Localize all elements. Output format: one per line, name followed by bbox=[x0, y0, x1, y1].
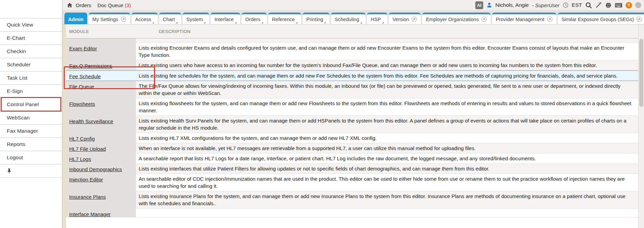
tab-access[interactable]: Access bbox=[132, 13, 158, 24]
tab-similar-exposure-groups-segs[interactable]: Similar Exposure Groups (SEGs) bbox=[558, 13, 644, 24]
module-cell: HL7 Config bbox=[66, 133, 136, 143]
sidebar-item-label: WebScan bbox=[7, 115, 30, 121]
table-left-gutter bbox=[62, 25, 66, 228]
sidebar-item-quick-view[interactable]: Quick View bbox=[0, 18, 62, 32]
module-cell: Interface Manager bbox=[66, 209, 136, 217]
breadcrumb-orders[interactable]: Orders bbox=[76, 2, 91, 8]
module-link-hl7-file-upload[interactable]: HL7 File Upload bbox=[69, 146, 106, 152]
table-row-insurance-plans: Insurance PlansLists existing Insurance … bbox=[66, 191, 639, 209]
breadcrumb-doc-queue[interactable]: Doc Queue (3) bbox=[97, 2, 131, 8]
pin-icon bbox=[7, 168, 12, 174]
module-cell: Injection Editor bbox=[66, 174, 136, 191]
keyboard-icon[interactable] bbox=[615, 2, 623, 8]
user-role: - SuperUser bbox=[532, 2, 559, 8]
sidebar-item-checkin[interactable]: Checkin bbox=[0, 45, 62, 58]
tab-label: Version bbox=[393, 17, 409, 22]
clipped-row bbox=[66, 38, 639, 43]
tab-version[interactable]: Version bbox=[389, 13, 421, 24]
module-link-flowsheets[interactable]: Flowsheets bbox=[69, 101, 95, 107]
search-icon[interactable] bbox=[585, 2, 592, 9]
sidebar-item-label: Task List bbox=[7, 75, 27, 81]
tab-hsp[interactable]: HSP bbox=[367, 13, 387, 24]
tab-provider-management[interactable]: Provider Management bbox=[492, 13, 556, 24]
module-link-health-surveillance[interactable]: Health Surveillance bbox=[69, 118, 113, 124]
dropdown-notch-icon bbox=[152, 22, 154, 23]
sidebar-item-logout[interactable]: Logout bbox=[0, 151, 62, 164]
sidebar-item-scheduler[interactable]: Scheduler bbox=[0, 58, 62, 71]
table-row-hl7-config: HL7 ConfigLists existing HL7 XML configu… bbox=[66, 133, 639, 143]
module-link-injection-editor[interactable]: Injection Editor bbox=[69, 177, 103, 182]
dropdown-notch-icon bbox=[176, 22, 178, 23]
scrollbar-thumb[interactable] bbox=[639, 39, 643, 107]
tab-printing[interactable]: Printing bbox=[303, 13, 329, 24]
module-link-insurance-plans[interactable]: Insurance Plans bbox=[69, 194, 106, 200]
sidebar-pin-toggle[interactable] bbox=[0, 164, 62, 178]
module-table: MODULE DESCRIPTION Exam EditorLists exis… bbox=[62, 25, 644, 228]
magic-wand-icon[interactable] bbox=[595, 2, 602, 9]
description-cell: A searchable report that lists HL7 Logs … bbox=[136, 153, 639, 164]
dropdown-notch-icon bbox=[382, 22, 384, 23]
tab-employer-organizations[interactable]: Employer Organizations bbox=[422, 13, 491, 24]
table-row-flowsheets: FlowsheetsLists existing flowsheets for … bbox=[66, 98, 639, 116]
table-body: Exam EditorLists existing Encounter Exam… bbox=[66, 38, 639, 217]
description-cell bbox=[136, 209, 639, 217]
tab-admin[interactable]: Admin bbox=[64, 13, 87, 24]
tab-scheduling[interactable]: Scheduling bbox=[331, 13, 366, 24]
tab-label: Orders bbox=[245, 17, 260, 22]
dropdown-notch-icon bbox=[324, 22, 326, 23]
globe-icon[interactable] bbox=[605, 2, 612, 9]
module-link-file-queue[interactable]: File Queue bbox=[69, 84, 94, 89]
tab-interface[interactable]: Interface bbox=[211, 13, 240, 24]
sidebar-item-reports[interactable]: Reports bbox=[0, 138, 62, 151]
breadcrumb: Orders Doc Queue (3) bbox=[76, 2, 131, 8]
sidebar-item-fax-manager[interactable]: Fax Manager bbox=[0, 125, 62, 138]
module-link-inbound-demographics[interactable]: Inbound Demographics bbox=[69, 166, 122, 172]
module-link-exam-editor[interactable]: Exam Editor bbox=[69, 46, 97, 51]
sidebar-item-webscan[interactable]: WebScan bbox=[0, 111, 62, 125]
module-link-fee-schedule[interactable]: Fee Schedule bbox=[69, 74, 101, 79]
description-cell: Lists existing fee schedules for the sys… bbox=[136, 71, 639, 81]
tab-label: Access bbox=[135, 17, 151, 22]
user-area: AI Nichols, Angie - SuperUser EST ? bbox=[475, 1, 642, 9]
table-header: MODULE DESCRIPTION bbox=[66, 25, 639, 38]
sidebar-item-label: Quick View bbox=[7, 22, 33, 28]
timezone-label: EST bbox=[572, 2, 582, 8]
description-cell: Lists existing Insurance Plans for the s… bbox=[136, 191, 639, 209]
vertical-scrollbar[interactable] bbox=[638, 25, 644, 228]
dropdown-notch-icon bbox=[261, 22, 263, 23]
description-cell: Lists existing Health Surv Panels for th… bbox=[136, 116, 639, 133]
tab-orders[interactable]: Orders bbox=[242, 13, 267, 24]
tab-chart[interactable]: Chart bbox=[159, 13, 181, 24]
dropdown-notch-icon bbox=[360, 22, 362, 23]
sidebar-item-e-chart[interactable]: E-Chart bbox=[0, 32, 62, 45]
module-link-hl7-logs[interactable]: HL7 Logs bbox=[69, 156, 91, 162]
external-link-icon bbox=[636, 16, 642, 22]
sidebar-item-control-panel[interactable]: Control Panel bbox=[0, 98, 62, 111]
dropdown-notch-icon bbox=[235, 22, 236, 23]
module-link-interface-manager[interactable]: Interface Manager bbox=[69, 211, 111, 217]
sidebar-item-label: Fax Manager bbox=[7, 128, 38, 134]
sidebar-menu: Quick ViewE-ChartCheckinSchedulerTask Li… bbox=[0, 18, 62, 178]
tab-label: Reference bbox=[272, 17, 295, 22]
sidebar-item-task-list[interactable]: Task List bbox=[0, 71, 62, 85]
table-row-injection-editor: Injection EditorAn searchable editor of … bbox=[66, 174, 639, 191]
sidebar-item-label: Reports bbox=[7, 141, 25, 147]
external-link-icon bbox=[121, 16, 126, 22]
tab-my-settings[interactable]: My Settings bbox=[89, 13, 130, 24]
help-icon[interactable]: ? bbox=[626, 2, 632, 9]
sidebar-item-e-sign[interactable]: E-Sign bbox=[0, 85, 62, 98]
dropdown-notch-icon bbox=[204, 22, 205, 23]
module-link-fax-q-permissions[interactable]: Fax Q Permissions bbox=[69, 63, 112, 69]
tab-system[interactable]: System bbox=[183, 13, 209, 24]
description-cell: Lists existing interfaces that utilize P… bbox=[136, 164, 639, 174]
description-cell: When an interface is not available, yet … bbox=[136, 143, 639, 153]
tab-reference[interactable]: Reference bbox=[268, 13, 301, 24]
description-cell: Lists existing users who have access to … bbox=[136, 60, 639, 70]
home-icon[interactable] bbox=[66, 2, 73, 9]
table-row-file-queue: File QueueThe File/Fax Queue allows for … bbox=[66, 81, 639, 98]
tab-label: Printing bbox=[306, 17, 323, 22]
table-row-exam-editor: Exam EditorLists existing Encounter Exam… bbox=[66, 43, 639, 60]
module-link-hl7-config[interactable]: HL7 Config bbox=[69, 136, 95, 142]
tab-label: Chart bbox=[163, 17, 175, 22]
external-link-icon bbox=[481, 16, 487, 22]
